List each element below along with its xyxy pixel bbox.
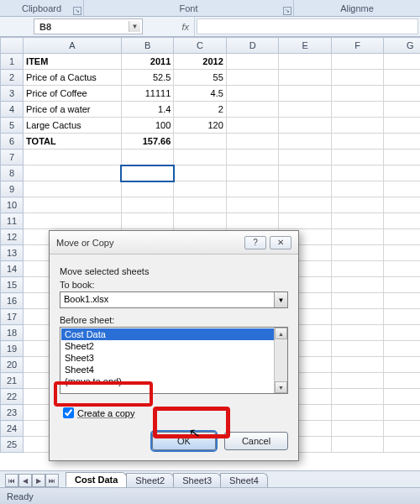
col-header[interactable]: E	[279, 38, 332, 54]
cell[interactable]	[384, 357, 420, 373]
list-item[interactable]: Cost Data	[61, 328, 286, 340]
chevron-down-icon[interactable]: ▼	[129, 21, 140, 32]
cell[interactable]	[384, 421, 420, 437]
cell[interactable]	[331, 118, 384, 134]
cell[interactable]	[279, 181, 332, 197]
cell[interactable]: 4.5	[174, 86, 227, 102]
cell[interactable]	[174, 213, 227, 229]
cell[interactable]	[331, 261, 384, 277]
cell[interactable]	[226, 165, 279, 181]
col-header[interactable]: F	[331, 38, 384, 54]
cell[interactable]: 2	[174, 102, 227, 118]
cell[interactable]	[174, 197, 227, 213]
cell[interactable]: 120	[174, 118, 227, 134]
cell[interactable]	[279, 86, 332, 102]
cell[interactable]	[384, 197, 420, 213]
cell[interactable]	[384, 181, 420, 197]
row-header[interactable]: 1	[1, 54, 24, 70]
cell[interactable]	[226, 181, 279, 197]
cell[interactable]	[331, 70, 384, 86]
scroll-up-icon[interactable]: ▲	[275, 328, 287, 339]
cell[interactable]: Price of a Cactus	[24, 70, 122, 86]
cell[interactable]	[121, 165, 174, 181]
cell[interactable]	[226, 150, 279, 165]
row-header[interactable]: 25	[1, 437, 24, 453]
row-header[interactable]: 10	[1, 197, 24, 213]
col-header[interactable]: A	[24, 38, 122, 54]
row-header[interactable]: 7	[1, 150, 24, 165]
row-header[interactable]: 21	[1, 373, 24, 389]
cell[interactable]: 2012	[174, 54, 227, 70]
sheet-tab[interactable]: Sheet3	[173, 473, 221, 487]
cell[interactable]	[384, 261, 420, 277]
row-header[interactable]: 23	[1, 405, 24, 421]
cell[interactable]	[121, 213, 174, 229]
cell[interactable]: ITEM	[24, 54, 122, 70]
list-item[interactable]: Sheet2	[61, 340, 286, 352]
cell[interactable]	[384, 165, 420, 181]
cell[interactable]	[331, 102, 384, 118]
row-header[interactable]: 15	[1, 277, 24, 293]
cell[interactable]	[384, 134, 420, 150]
cell[interactable]	[279, 102, 332, 118]
cell[interactable]: 2011	[121, 54, 174, 70]
cell[interactable]	[226, 197, 279, 213]
cell[interactable]: Large Cactus	[24, 118, 122, 134]
row-header[interactable]: 5	[1, 118, 24, 134]
cell[interactable]: 55	[174, 70, 227, 86]
cell[interactable]	[279, 54, 332, 70]
cell[interactable]	[279, 134, 332, 150]
cell[interactable]	[384, 86, 420, 102]
chevron-down-icon[interactable]: ▼	[274, 292, 287, 307]
cell[interactable]	[331, 165, 384, 181]
cell[interactable]	[121, 181, 174, 197]
cell[interactable]	[226, 70, 279, 86]
cell[interactable]	[384, 70, 420, 86]
cell[interactable]	[226, 86, 279, 102]
col-header[interactable]: B	[121, 38, 174, 54]
cell[interactable]	[384, 277, 420, 293]
cell[interactable]: 100	[121, 118, 174, 134]
cell[interactable]: Price of Coffee	[24, 86, 122, 102]
col-header[interactable]: G	[384, 38, 420, 54]
row-header[interactable]: 4	[1, 102, 24, 118]
fx-icon[interactable]: fx	[144, 17, 195, 36]
cell[interactable]	[384, 245, 420, 261]
scroll-down-icon[interactable]: ▼	[275, 381, 287, 393]
cell[interactable]	[279, 197, 332, 213]
col-header[interactable]: C	[174, 38, 227, 54]
cell[interactable]	[24, 150, 122, 165]
cell[interactable]	[331, 229, 384, 245]
cell[interactable]	[384, 389, 420, 405]
cell[interactable]	[226, 102, 279, 118]
cell[interactable]	[384, 150, 420, 165]
tab-nav-last-icon[interactable]: ⏭	[45, 474, 59, 487]
row-header[interactable]: 17	[1, 309, 24, 325]
cell[interactable]	[174, 165, 227, 181]
cell[interactable]	[279, 213, 332, 229]
dialog-launcher-icon[interactable]: ↘	[73, 7, 81, 15]
cell[interactable]	[174, 134, 227, 150]
cell[interactable]	[384, 309, 420, 325]
cell[interactable]	[331, 373, 384, 389]
cell[interactable]	[331, 86, 384, 102]
cell[interactable]	[384, 325, 420, 341]
row-header[interactable]: 11	[1, 213, 24, 229]
row-header[interactable]: 6	[1, 134, 24, 150]
cell[interactable]	[226, 54, 279, 70]
cell[interactable]: 157.66	[121, 134, 174, 150]
cell[interactable]	[279, 118, 332, 134]
cell[interactable]	[226, 213, 279, 229]
tab-nav-first-icon[interactable]: ⏮	[5, 474, 18, 487]
row-header[interactable]: 14	[1, 261, 24, 277]
cell[interactable]: 52.5	[121, 70, 174, 86]
cell[interactable]	[279, 165, 332, 181]
cell[interactable]	[331, 421, 384, 437]
cell[interactable]	[279, 150, 332, 165]
row-header[interactable]: 13	[1, 245, 24, 261]
list-item[interactable]: Sheet4	[61, 364, 286, 375]
row-header[interactable]: 24	[1, 421, 24, 437]
row-header[interactable]: 3	[1, 86, 24, 102]
cell[interactable]	[331, 245, 384, 261]
cell[interactable]	[331, 277, 384, 293]
